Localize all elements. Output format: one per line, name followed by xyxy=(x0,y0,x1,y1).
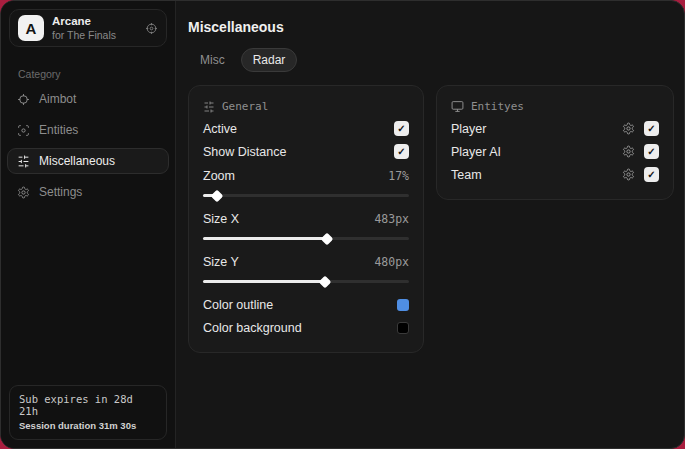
slider-value: 483px xyxy=(374,212,409,226)
brand-subtitle: for The Finals xyxy=(52,29,116,41)
player-checkbox[interactable]: ✓ xyxy=(644,121,659,136)
sidebar-nav: Aimbot Entities xyxy=(1,86,175,205)
scan-icon xyxy=(17,124,30,137)
entities-panel-header: Entityes xyxy=(451,100,659,113)
slider-thumb[interactable] xyxy=(211,189,224,202)
general-panel: General Active ✓ Show Distance ✓ Zoom 17… xyxy=(188,85,424,353)
entity-row-team: Team ✓ xyxy=(451,163,659,186)
size-y-slider[interactable] xyxy=(203,280,409,283)
color-background-row: Color background xyxy=(203,316,409,339)
slider-label: Size Y xyxy=(203,255,239,269)
sliders-icon xyxy=(17,155,30,168)
color-outline-row: Color outline xyxy=(203,293,409,316)
tab-misc[interactable]: Misc xyxy=(188,48,237,72)
zoom-slider-group: Zoom 17% xyxy=(203,164,409,197)
color-label: Color outline xyxy=(203,298,273,312)
slider-fill xyxy=(203,280,325,283)
toggle-row-show-distance: Show Distance ✓ xyxy=(203,140,409,163)
sidebar-item-entities[interactable]: Entities xyxy=(7,117,169,143)
entities-panel-title: Entityes xyxy=(471,100,524,113)
toggle-label: Show Distance xyxy=(203,145,286,159)
subscription-status-card: Sub expires in 28d 21h Session duration … xyxy=(9,385,167,440)
show-distance-checkbox[interactable]: ✓ xyxy=(394,144,409,159)
page-title: Miscellaneous xyxy=(188,19,674,35)
player-ai-checkbox[interactable]: ✓ xyxy=(644,144,659,159)
entity-row-player: Player ✓ xyxy=(451,117,659,140)
slider-header: Size Y 480px xyxy=(203,250,409,273)
main-content: Miscellaneous Misc Radar Gene xyxy=(176,1,685,448)
panels-row: General Active ✓ Show Distance ✓ Zoom 17… xyxy=(188,85,674,353)
toggle-label: Active xyxy=(203,122,237,136)
color-background-swatch[interactable] xyxy=(397,322,409,334)
toggle-row-active: Active ✓ xyxy=(203,117,409,140)
entities-panel: Entityes Player ✓ xyxy=(436,85,674,200)
brand-gear-icon[interactable] xyxy=(145,22,158,35)
sidebar-item-label: Entities xyxy=(39,123,78,137)
general-panel-title: General xyxy=(222,100,268,113)
sidebar-item-label: Settings xyxy=(39,185,82,199)
general-panel-header: General xyxy=(203,100,409,113)
size-y-slider-group: Size Y 480px xyxy=(203,250,409,283)
color-label: Color background xyxy=(203,321,302,335)
size-x-slider[interactable] xyxy=(203,237,409,240)
slider-value: 17% xyxy=(388,169,409,183)
session-duration-text: Session duration 31m 30s xyxy=(19,420,157,431)
brand-name: Arcane xyxy=(52,15,116,28)
app-window: A Arcane for The Finals Category xyxy=(0,0,685,449)
slider-value: 480px xyxy=(374,255,409,269)
slider-label: Zoom xyxy=(203,169,235,183)
slider-thumb[interactable] xyxy=(320,232,333,245)
tab-radar[interactable]: Radar xyxy=(241,48,298,72)
crosshair-icon xyxy=(17,93,30,106)
slider-label: Size X xyxy=(203,212,239,226)
entity-label: Player xyxy=(451,122,486,136)
category-label: Category xyxy=(18,68,175,80)
sidebar-item-miscellaneous[interactable]: Miscellaneous xyxy=(7,148,169,174)
color-outline-swatch[interactable] xyxy=(397,299,409,311)
brand-text: Arcane for The Finals xyxy=(52,15,116,40)
entity-label: Team xyxy=(451,168,482,182)
slider-fill xyxy=(203,237,327,240)
team-checkbox[interactable]: ✓ xyxy=(644,167,659,182)
slider-header: Zoom 17% xyxy=(203,164,409,187)
sidebar: A Arcane for The Finals Category xyxy=(1,1,176,448)
brand-card: A Arcane for The Finals xyxy=(9,9,167,47)
entity-label: Player AI xyxy=(451,145,501,159)
active-checkbox[interactable]: ✓ xyxy=(394,121,409,136)
player-ai-settings-gear-icon[interactable] xyxy=(622,145,635,158)
size-x-slider-group: Size X 483px xyxy=(203,207,409,240)
slider-header: Size X 483px xyxy=(203,207,409,230)
sidebar-item-label: Aimbot xyxy=(39,92,76,106)
player-settings-gear-icon[interactable] xyxy=(622,122,635,135)
gear-icon xyxy=(17,186,30,199)
entity-row-player-ai: Player AI ✓ xyxy=(451,140,659,163)
sidebar-item-aimbot[interactable]: Aimbot xyxy=(7,86,169,112)
slider-thumb[interactable] xyxy=(318,275,331,288)
sidebar-item-settings[interactable]: Settings xyxy=(7,179,169,205)
zoom-slider[interactable] xyxy=(203,194,409,197)
monitor-icon xyxy=(451,100,464,113)
sidebar-item-label: Miscellaneous xyxy=(39,154,115,168)
sub-expiry-text: Sub expires in 28d 21h xyxy=(19,393,157,417)
team-settings-gear-icon[interactable] xyxy=(622,168,635,181)
brand-logo: A xyxy=(18,15,44,41)
sliders-icon xyxy=(203,101,215,113)
tab-bar: Misc Radar xyxy=(188,48,674,72)
